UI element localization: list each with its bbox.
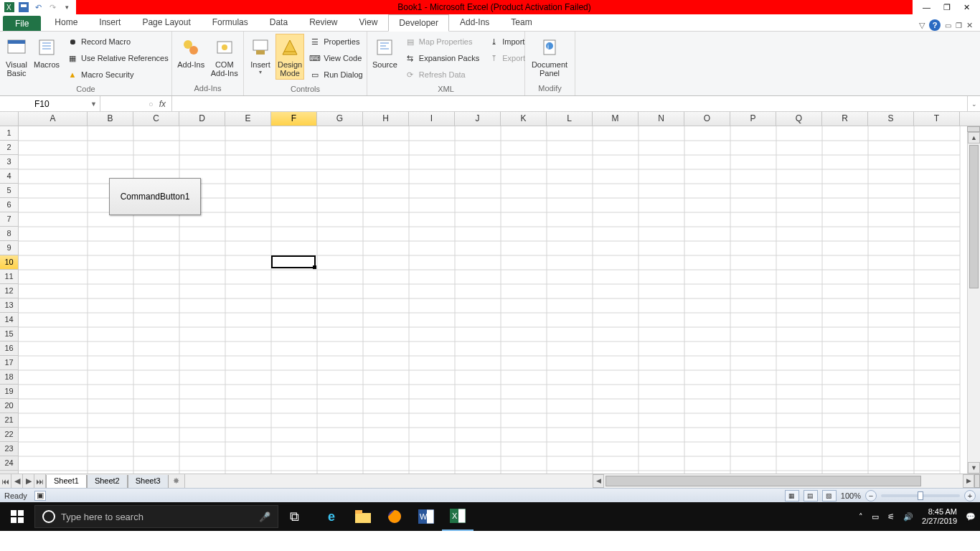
help-icon[interactable]: ?: [929, 19, 941, 31]
vertical-scrollbar[interactable]: ▲ ▼: [967, 126, 980, 474]
split-box-top[interactable]: [967, 126, 980, 132]
name-box[interactable]: F10 ▼: [0, 96, 100, 111]
column-header[interactable]: A: [19, 112, 88, 126]
column-header[interactable]: M: [593, 112, 639, 126]
qat-undo-icon[interactable]: ↶: [32, 1, 44, 14]
row-header[interactable]: 19: [0, 385, 19, 399]
sheet-tab[interactable]: Sheet1: [46, 475, 87, 488]
tab-view[interactable]: View: [349, 14, 389, 31]
sheet-nav-next-icon[interactable]: ▶: [23, 474, 34, 488]
word-icon[interactable]: W: [410, 502, 442, 531]
row-header[interactable]: 23: [0, 442, 19, 456]
column-header[interactable]: C: [133, 112, 179, 126]
column-header[interactable]: B: [88, 112, 133, 126]
row-header[interactable]: 21: [0, 413, 19, 428]
expansion-packs-button[interactable]: ⇆Expansion Packs: [401, 50, 483, 66]
excel-taskbar-icon[interactable]: X: [442, 502, 473, 531]
zoom-level[interactable]: 100%: [841, 491, 861, 500]
scroll-left-icon[interactable]: ◀: [593, 474, 604, 488]
insert-worksheet-icon[interactable]: ✸: [169, 474, 184, 488]
tab-add-ins[interactable]: Add-Ins: [449, 14, 500, 31]
use-relative-references-button[interactable]: ▦Use Relative References: [63, 50, 172, 66]
row-header[interactable]: 1: [0, 126, 19, 141]
wifi-icon[interactable]: ⚟: [887, 512, 895, 522]
window-minimize-doc-icon[interactable]: ▭: [945, 22, 951, 29]
properties-button[interactable]: ☰Properties: [306, 34, 366, 50]
design-mode-button[interactable]: Design Mode: [275, 34, 304, 80]
macro-security-button[interactable]: ▲Macro Security: [63, 67, 172, 83]
zoom-out-icon[interactable]: −: [865, 490, 877, 501]
addins-button[interactable]: Add-Ins: [175, 34, 207, 71]
zoom-in-icon[interactable]: +: [964, 490, 976, 501]
com-addins-button[interactable]: COM Add-Ins: [209, 34, 241, 80]
column-header[interactable]: J: [455, 112, 501, 126]
column-header[interactable]: N: [639, 112, 684, 126]
scroll-up-icon[interactable]: ▲: [968, 132, 980, 143]
column-header[interactable]: K: [501, 112, 547, 126]
select-all-corner[interactable]: [0, 112, 19, 126]
mic-icon[interactable]: 🎤: [259, 512, 270, 522]
column-header[interactable]: R: [822, 112, 868, 126]
row-header[interactable]: 17: [0, 356, 19, 370]
scroll-down-icon[interactable]: ▼: [968, 462, 980, 474]
edge-icon[interactable]: e: [316, 502, 347, 531]
sheet-tab[interactable]: Sheet2: [87, 475, 128, 488]
row-header[interactable]: 8: [0, 227, 19, 241]
tab-formulas[interactable]: Formulas: [202, 14, 259, 31]
view-page-break-icon[interactable]: ▧: [822, 490, 837, 501]
qat-save-icon[interactable]: [17, 1, 30, 14]
row-header[interactable]: 10: [0, 255, 19, 270]
macros-button[interactable]: Macros: [32, 34, 62, 71]
sheet-nav-first-icon[interactable]: ⏮: [0, 474, 11, 488]
column-header[interactable]: P: [730, 112, 776, 126]
run-dialog-button[interactable]: ▭Run Dialog: [306, 67, 366, 83]
sheet-nav-last-icon[interactable]: ⏭: [34, 474, 46, 488]
maximize-icon[interactable]: ❐: [943, 3, 951, 12]
row-header[interactable]: 6: [0, 198, 19, 212]
visual-basic-button[interactable]: Visual Basic: [3, 34, 30, 80]
sheet-nav-prev-icon[interactable]: ◀: [11, 474, 23, 488]
row-header[interactable]: 15: [0, 327, 19, 342]
row-header[interactable]: 11: [0, 270, 19, 284]
row-header[interactable]: 18: [0, 370, 19, 385]
formula-expand-icon[interactable]: ⌄: [967, 96, 980, 111]
tab-review[interactable]: Review: [298, 14, 348, 31]
firefox-icon[interactable]: [379, 502, 410, 531]
tab-page-layout[interactable]: Page Layout: [131, 14, 201, 31]
split-box-right[interactable]: [974, 474, 980, 488]
tab-insert[interactable]: Insert: [88, 14, 131, 31]
action-center-icon[interactable]: 💬: [966, 512, 976, 522]
column-header[interactable]: F: [271, 112, 317, 126]
tray-overflow-icon[interactable]: ˄: [859, 512, 863, 522]
row-header[interactable]: 16: [0, 342, 19, 356]
namebox-dropdown-icon[interactable]: ▼: [90, 100, 97, 108]
row-header[interactable]: 14: [0, 313, 19, 327]
scroll-right-icon[interactable]: ▶: [963, 474, 974, 488]
document-panel-button[interactable]: i Document Panel: [528, 34, 571, 80]
tab-home[interactable]: Home: [44, 14, 88, 31]
window-close-doc-icon[interactable]: ✕: [966, 21, 973, 30]
view-normal-icon[interactable]: ▦: [785, 490, 799, 501]
fx-icon[interactable]: fx: [159, 99, 166, 109]
hscroll-thumb[interactable]: [606, 476, 921, 486]
formula-bar-input[interactable]: [172, 96, 967, 111]
tab-team[interactable]: Team: [500, 14, 542, 31]
qat-customize-icon[interactable]: ▾: [60, 1, 73, 14]
vscroll-thumb[interactable]: [969, 145, 979, 288]
row-header[interactable]: 5: [0, 184, 19, 198]
start-button[interactable]: [0, 502, 34, 531]
view-page-layout-icon[interactable]: ▤: [804, 490, 818, 501]
tray-clock[interactable]: 8:45 AM 2/27/2019: [922, 507, 957, 526]
sheet-tab[interactable]: Sheet3: [128, 475, 169, 488]
column-header[interactable]: S: [868, 112, 914, 126]
insert-control-button[interactable]: Insert▾: [247, 34, 274, 77]
zoom-slider-knob[interactable]: [918, 491, 923, 500]
row-header[interactable]: 3: [0, 155, 19, 169]
column-header[interactable]: H: [363, 112, 409, 126]
tab-file[interactable]: File: [3, 16, 41, 31]
view-code-button[interactable]: ⌨View Code: [306, 50, 366, 66]
row-header[interactable]: 13: [0, 298, 19, 313]
qat-redo-icon[interactable]: ↷: [46, 1, 59, 14]
column-header[interactable]: L: [547, 112, 593, 126]
active-cell[interactable]: [271, 255, 316, 268]
